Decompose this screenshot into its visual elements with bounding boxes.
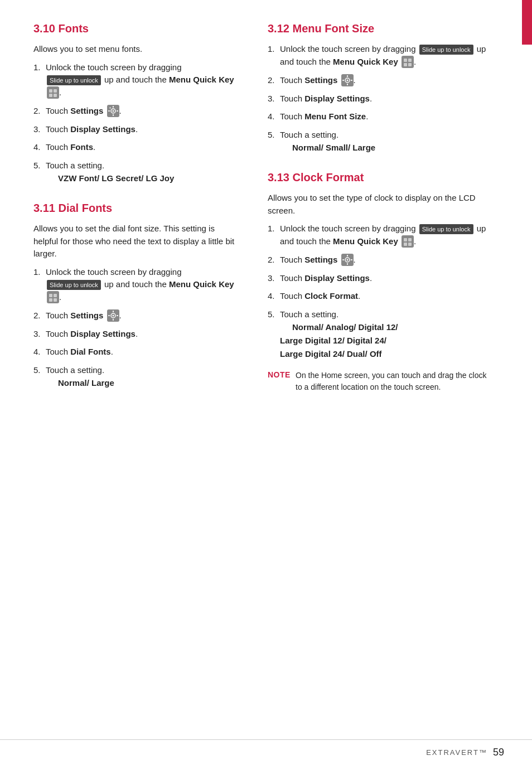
note-row: NOTE On the Home screen, you can touch a… — [268, 370, 491, 393]
svg-rect-36 — [351, 80, 352, 81]
svg-point-7 — [112, 110, 114, 112]
step-content: Touch Fonts. — [46, 141, 240, 154]
note-label: NOTE — [268, 370, 296, 379]
svg-rect-14 — [49, 294, 52, 297]
svg-rect-38 — [404, 238, 407, 241]
step-311-5: 5. Touch a setting. Normal/ Large — [33, 364, 240, 390]
svg-rect-13 — [47, 291, 59, 303]
left-column: 3.10 Fonts Allows you to set menu fonts.… — [33, 22, 257, 717]
step-content: Touch Dial Fonts. — [46, 346, 240, 359]
svg-rect-10 — [108, 110, 110, 112]
step-313-1: 1. Unlock the touch screen by dragging S… — [268, 222, 491, 248]
step-312-1: 1. Unlock the touch screen by dragging S… — [268, 43, 491, 69]
step-311-5-sub: Normal/ Large — [58, 378, 114, 388]
unlock-badge: Slide up to unlock — [419, 45, 473, 55]
step-313-5: 5. Touch a setting. Normal/ Analog/ Digi… — [268, 308, 491, 361]
step-content: Unlock the touch screen by dragging Slid… — [280, 43, 491, 69]
section-311-title: 3.11 Dial Fonts — [33, 202, 240, 215]
unlock-badge: Slide up to unlock — [47, 75, 101, 86]
section-312-steps: 1. Unlock the touch screen by dragging S… — [268, 43, 491, 154]
svg-rect-15 — [54, 294, 57, 297]
settings-icon — [341, 254, 354, 266]
section-310-title: 3.10 Fonts — [33, 22, 240, 35]
step-num: 2. — [268, 74, 280, 87]
content-area: 3.10 Fonts Allows you to set menu fonts.… — [0, 0, 532, 739]
unlock-badge: Slide up to unlock — [47, 280, 101, 290]
step-num: 5. — [268, 308, 280, 321]
step-content: Touch a setting. Normal/ Analog/ Digital… — [280, 308, 491, 361]
svg-rect-11 — [117, 110, 118, 112]
note-text: On the Home screen, you can touch and dr… — [296, 370, 491, 393]
unlock-badge: Slide up to unlock — [419, 224, 473, 235]
red-tab — [522, 0, 532, 45]
step-content: Unlock the touch screen by dragging Slid… — [280, 222, 491, 248]
svg-rect-34 — [347, 84, 348, 85]
svg-rect-41 — [408, 243, 412, 246]
step-num: 4. — [268, 290, 280, 303]
step-313-5-sub: Normal/ Analog/ Digital 12/Large Digital… — [280, 322, 398, 359]
svg-rect-4 — [54, 94, 57, 97]
svg-rect-27 — [408, 59, 412, 62]
section-310-intro: Allows you to set menu fonts. — [33, 43, 240, 56]
menu-key-icon — [47, 291, 59, 303]
svg-rect-40 — [404, 243, 407, 246]
step-content: Touch a setting. Normal/ Small/ Large — [280, 129, 491, 155]
step-num: 5. — [33, 364, 46, 377]
section-310: 3.10 Fonts Allows you to set menu fonts.… — [33, 22, 240, 185]
step-num: 4. — [268, 110, 280, 123]
step-312-3: 3. Touch Display Settings. — [268, 93, 491, 105]
section-313: 3.13 Clock Format Allows you to set the … — [268, 171, 491, 393]
svg-rect-39 — [408, 238, 412, 241]
svg-rect-35 — [342, 80, 344, 81]
step-num: 1. — [268, 222, 280, 235]
step-content: Touch Settings . — [46, 309, 240, 322]
step-311-1: 1. Unlock the touch screen by dragging S… — [33, 266, 240, 304]
svg-rect-0 — [47, 86, 59, 99]
step-310-3: 3. Touch Display Settings. — [33, 123, 240, 136]
step-311-2: 2. Touch Settings . — [33, 309, 240, 322]
step-content: Touch Clock Format. — [280, 290, 491, 303]
step-312-5-sub: Normal/ Small/ Large — [292, 143, 375, 152]
svg-rect-48 — [351, 259, 352, 260]
section-312: 3.12 Menu Font Size 1. Unlock the touch … — [268, 22, 491, 154]
svg-rect-46 — [347, 263, 348, 265]
svg-rect-17 — [54, 298, 57, 302]
right-column: 3.12 Menu Font Size 1. Unlock the touch … — [257, 22, 491, 717]
svg-point-32 — [346, 79, 348, 81]
step-313-4: 4. Touch Clock Format. — [268, 290, 491, 303]
section-311-steps: 1. Unlock the touch screen by dragging S… — [33, 266, 240, 390]
svg-rect-37 — [402, 235, 414, 248]
svg-rect-24 — [117, 315, 118, 316]
step-num: 3. — [33, 123, 46, 136]
step-310-1: 1. Unlock the touch screen by dragging S… — [33, 61, 240, 99]
step-num: 5. — [268, 129, 280, 142]
svg-rect-29 — [408, 63, 412, 66]
menu-key-icon — [402, 56, 414, 68]
svg-rect-33 — [347, 75, 348, 77]
step-num: 1. — [33, 266, 46, 279]
step-content: Touch Display Settings. — [46, 123, 240, 136]
step-num: 3. — [268, 272, 280, 285]
section-313-steps: 1. Unlock the touch screen by dragging S… — [268, 222, 491, 361]
step-content: Touch Settings . — [280, 254, 491, 267]
svg-rect-21 — [113, 311, 114, 312]
bottom-bar: Extravert™ 59 — [0, 739, 532, 765]
svg-rect-26 — [404, 59, 407, 62]
menu-key-icon — [47, 86, 59, 99]
step-num: 5. — [33, 159, 46, 172]
step-num: 1. — [33, 61, 46, 74]
step-content: Touch Display Settings. — [280, 93, 491, 105]
step-311-3: 3. Touch Display Settings. — [33, 328, 240, 341]
step-310-4: 4. Touch Fonts. — [33, 141, 240, 154]
step-content: Touch Settings . — [280, 74, 491, 87]
bottom-page: 59 — [493, 747, 504, 758]
menu-key-icon — [402, 235, 414, 248]
step-num: 2. — [33, 105, 46, 118]
settings-icon — [341, 74, 354, 86]
bottom-brand: Extravert™ — [426, 748, 487, 757]
svg-rect-3 — [49, 94, 52, 97]
page: 3.10 Fonts Allows you to set menu fonts.… — [0, 0, 532, 765]
svg-rect-8 — [113, 106, 114, 108]
step-content: Unlock the touch screen by dragging Slid… — [46, 61, 240, 99]
section-313-title: 3.13 Clock Format — [268, 171, 491, 184]
